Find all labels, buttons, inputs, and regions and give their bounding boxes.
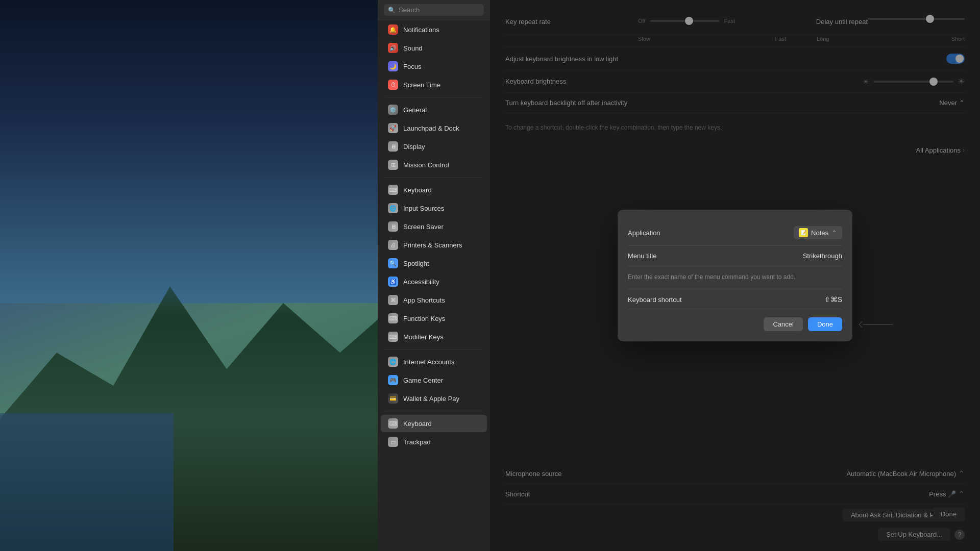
search-icon: 🔍 xyxy=(388,7,396,14)
sidebar-label-appshortcuts: App Shortcuts xyxy=(403,296,445,304)
sidebar-label-functionkeys: Function Keys xyxy=(403,315,445,322)
modifierkeys-icon: ⌨ xyxy=(388,332,398,342)
shortcut-keys: ⇧⌘S xyxy=(824,295,842,304)
sidebar-label-trackpad: Trackpad xyxy=(403,438,431,446)
search-input[interactable] xyxy=(399,6,480,14)
system-preferences-window: 🔍 🔔 Notifications 🔊 Sound 🌙 Focus ⏱ Scre… xyxy=(378,0,980,551)
keyboard-shortcut-display[interactable]: ⇧⌘S xyxy=(824,295,842,304)
notifications-icon: 🔔 xyxy=(388,24,398,35)
sidebar-item-display[interactable]: 🖥 Display xyxy=(381,138,487,155)
sidebar-item-printers[interactable]: 🖨 Printers & Scanners xyxy=(381,236,487,254)
sidebar-item-internet[interactable]: 🌐 Internet Accounts xyxy=(381,353,487,370)
trackpad-icon: ▭ xyxy=(388,437,398,447)
sidebar-label-accessibility: Accessibility xyxy=(403,278,439,286)
general-icon: ⚙️ xyxy=(388,105,398,115)
main-content-area: Key repeat rate Off Fast Delay until rep… xyxy=(490,0,980,551)
sidebar-item-launchpad[interactable]: 🚀 Launchpad & Dock xyxy=(381,119,487,137)
sidebar-label-keyboard: Keyboard xyxy=(403,186,432,194)
gamecenter-icon: 🎮 xyxy=(388,375,398,385)
desktop-wallpaper xyxy=(0,0,378,551)
modal-menu-title-label: Menu title xyxy=(628,252,694,260)
wallet-icon: 💳 xyxy=(388,393,398,404)
sidebar-label-printers: Printers & Scanners xyxy=(403,241,462,249)
functionkeys-icon: ⌨ xyxy=(388,313,398,323)
printers-icon: 🖨 xyxy=(388,240,398,250)
sidebar-item-focus[interactable]: 🌙 Focus xyxy=(381,58,487,75)
sidebar-label-display: Display xyxy=(403,143,425,151)
internet-icon: 🌐 xyxy=(388,357,398,367)
sidebar-item-input[interactable]: 🌐 Input Sources xyxy=(381,199,487,217)
sidebar-label-sound: Sound xyxy=(403,44,423,52)
modal-overlay: Application 📝 Notes ⌃ xyxy=(490,0,980,551)
sidebar-label-screentime: Screen Time xyxy=(403,81,440,89)
cancel-button[interactable]: Cancel xyxy=(764,317,802,331)
add-shortcut-modal: Application 📝 Notes ⌃ xyxy=(618,210,852,341)
sidebar-label-notifications: Notifications xyxy=(403,26,439,34)
sidebar-item-mission[interactable]: ⊞ Mission Control xyxy=(381,156,487,173)
sidebar-label-general: General xyxy=(403,106,427,114)
divider-2 xyxy=(385,177,483,178)
sidebar-label-focus: Focus xyxy=(403,63,421,70)
menu-title-input[interactable] xyxy=(694,252,842,260)
sidebar: 🔍 🔔 Notifications 🔊 Sound 🌙 Focus ⏱ Scre… xyxy=(378,0,490,551)
modal-keyboard-shortcut-label: Keyboard shortcut xyxy=(628,296,694,304)
sidebar-item-gamecenter[interactable]: 🎮 Game Center xyxy=(381,371,487,389)
sidebar-item-screen2[interactable]: 🖥 Screen Saver xyxy=(381,218,487,235)
sidebar-item-spotlight[interactable]: 🔍 Spotlight xyxy=(381,255,487,272)
sidebar-label-input: Input Sources xyxy=(403,205,444,212)
arrow-annotation xyxy=(860,322,893,327)
sidebar-item-general[interactable]: ⚙️ General xyxy=(381,101,487,118)
keyboard-icon: ⌨ xyxy=(388,185,398,195)
sidebar-label-wallet: Wallet & Apple Pay xyxy=(403,395,459,403)
focus-icon: 🌙 xyxy=(388,61,398,71)
sidebar-label-spotlight: Spotlight xyxy=(403,260,429,267)
sidebar-label-screen2: Screen Saver xyxy=(403,223,444,231)
sidebar-label-gamecenter: Game Center xyxy=(403,377,443,384)
modal-instruction: Enter the exact name of the menu command… xyxy=(628,269,842,285)
sidebar-item-keyboard[interactable]: ⌨ Keyboard xyxy=(381,181,487,198)
app-dropdown[interactable]: 📝 Notes ⌃ xyxy=(794,226,842,239)
sidebar-item-keyboard-main[interactable]: ⌨ Keyboard xyxy=(381,415,487,432)
sidebar-label-keyboard-main: Keyboard xyxy=(403,420,432,428)
modal-application-label: Application xyxy=(628,229,694,237)
sidebar-item-appshortcuts[interactable]: ⌘ App Shortcuts xyxy=(381,291,487,309)
sidebar-item-notifications[interactable]: 🔔 Notifications xyxy=(381,21,487,38)
divider-1 xyxy=(385,97,483,97)
done-modal-button[interactable]: Done xyxy=(808,317,842,331)
sidebar-item-wallet[interactable]: 💳 Wallet & Apple Pay xyxy=(381,390,487,407)
sidebar-item-sound[interactable]: 🔊 Sound xyxy=(381,39,487,57)
launchpad-icon: 🚀 xyxy=(388,123,398,133)
keyboard-main-icon: ⌨ xyxy=(388,418,398,429)
sidebar-label-launchpad: Launchpad & Dock xyxy=(403,124,459,132)
sidebar-item-functionkeys[interactable]: ⌨ Function Keys xyxy=(381,310,487,327)
input-icon: 🌐 xyxy=(388,203,398,213)
sidebar-item-modifierkeys[interactable]: ⌨ Modifier Keys xyxy=(381,328,487,345)
accessibility-icon: ♿ xyxy=(388,277,398,287)
sound-icon: 🔊 xyxy=(388,43,398,53)
notes-app-icon: 📝 xyxy=(799,228,808,237)
arrow-line xyxy=(863,324,893,325)
divider-4 xyxy=(385,411,483,411)
spotlight-icon: 🔍 xyxy=(388,258,398,268)
sidebar-label-modifierkeys: Modifier Keys xyxy=(403,333,444,341)
sidebar-item-screentime[interactable]: ⏱ Screen Time xyxy=(381,76,487,93)
arrow-head-icon xyxy=(859,321,866,328)
mission-icon: ⊞ xyxy=(388,160,398,170)
appshortcuts-icon: ⌘ xyxy=(388,295,398,305)
screentime-icon: ⏱ xyxy=(388,80,398,90)
app-dropdown-arrow-icon: ⌃ xyxy=(831,229,837,237)
sidebar-item-accessibility[interactable]: ♿ Accessibility xyxy=(381,273,487,290)
screen2-icon: 🖥 xyxy=(388,221,398,232)
sidebar-label-mission: Mission Control xyxy=(403,161,449,169)
sidebar-label-internet: Internet Accounts xyxy=(403,358,454,366)
display-icon: 🖥 xyxy=(388,141,398,152)
sidebar-item-trackpad[interactable]: ▭ Trackpad xyxy=(381,433,487,450)
search-bar[interactable]: 🔍 xyxy=(378,0,490,20)
app-name: Notes xyxy=(811,229,828,237)
divider-3 xyxy=(385,349,483,349)
